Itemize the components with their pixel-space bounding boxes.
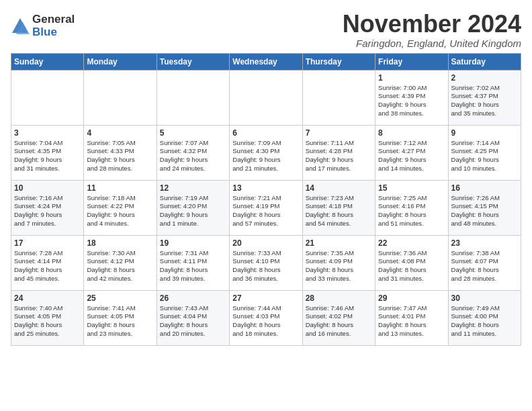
calendar-week-row: 1Sunrise: 7:00 AM Sunset: 4:39 PM Daylig… [11, 70, 521, 125]
calendar-cell: 10Sunrise: 7:16 AM Sunset: 4:24 PM Dayli… [11, 180, 84, 235]
day-info: Sunrise: 7:26 AM Sunset: 4:15 PM Dayligh… [451, 194, 518, 228]
header-row: SundayMondayTuesdayWednesdayThursdayFrid… [11, 53, 521, 70]
day-info: Sunrise: 7:33 AM Sunset: 4:10 PM Dayligh… [232, 249, 299, 283]
calendar-cell: 21Sunrise: 7:35 AM Sunset: 4:09 PM Dayli… [302, 235, 375, 290]
day-info: Sunrise: 7:40 AM Sunset: 4:05 PM Dayligh… [14, 304, 81, 338]
day-info: Sunrise: 7:09 AM Sunset: 4:30 PM Dayligh… [232, 139, 299, 173]
day-number: 23 [451, 238, 518, 248]
calendar-cell: 11Sunrise: 7:18 AM Sunset: 4:22 PM Dayli… [84, 180, 157, 235]
calendar-week-row: 10Sunrise: 7:16 AM Sunset: 4:24 PM Dayli… [11, 180, 521, 235]
logo-text: General Blue [32, 13, 75, 38]
calendar-cell: 8Sunrise: 7:12 AM Sunset: 4:27 PM Daylig… [375, 125, 448, 180]
day-number: 25 [87, 293, 153, 303]
calendar-cell: 4Sunrise: 7:05 AM Sunset: 4:33 PM Daylig… [84, 125, 157, 180]
logo-blue: Blue [32, 26, 75, 39]
day-number: 7 [306, 128, 372, 138]
day-number: 28 [306, 293, 372, 303]
day-info: Sunrise: 7:46 AM Sunset: 4:02 PM Dayligh… [306, 304, 372, 338]
day-number: 22 [378, 238, 445, 248]
weekday-header: Saturday [448, 53, 521, 70]
header: General Blue November 2024 Faringdon, En… [11, 11, 521, 49]
day-number: 19 [160, 238, 226, 248]
day-info: Sunrise: 7:35 AM Sunset: 4:09 PM Dayligh… [306, 249, 372, 283]
day-number: 5 [160, 128, 226, 138]
day-number: 27 [232, 293, 299, 303]
calendar-body: 1Sunrise: 7:00 AM Sunset: 4:39 PM Daylig… [11, 70, 521, 345]
day-info: Sunrise: 7:00 AM Sunset: 4:39 PM Dayligh… [378, 84, 445, 118]
day-info: Sunrise: 7:21 AM Sunset: 4:19 PM Dayligh… [232, 194, 299, 228]
calendar-cell [84, 70, 157, 125]
day-number: 12 [160, 183, 226, 193]
calendar-cell: 5Sunrise: 7:07 AM Sunset: 4:32 PM Daylig… [157, 125, 229, 180]
day-info: Sunrise: 7:38 AM Sunset: 4:07 PM Dayligh… [451, 249, 518, 283]
day-number: 30 [451, 293, 518, 303]
day-number: 10 [14, 183, 81, 193]
calendar-cell: 3Sunrise: 7:04 AM Sunset: 4:35 PM Daylig… [11, 125, 84, 180]
weekday-header: Sunday [11, 53, 84, 70]
calendar-cell: 27Sunrise: 7:44 AM Sunset: 4:03 PM Dayli… [230, 290, 302, 345]
calendar-cell: 25Sunrise: 7:41 AM Sunset: 4:05 PM Dayli… [84, 290, 157, 345]
day-info: Sunrise: 7:41 AM Sunset: 4:05 PM Dayligh… [87, 304, 153, 338]
day-info: Sunrise: 7:31 AM Sunset: 4:11 PM Dayligh… [160, 249, 226, 283]
weekday-header: Friday [375, 53, 448, 70]
calendar-week-row: 17Sunrise: 7:28 AM Sunset: 4:14 PM Dayli… [11, 235, 521, 290]
weekday-header: Thursday [302, 53, 375, 70]
day-number: 16 [451, 183, 518, 193]
day-info: Sunrise: 7:44 AM Sunset: 4:03 PM Dayligh… [232, 304, 299, 338]
day-info: Sunrise: 7:47 AM Sunset: 4:01 PM Dayligh… [378, 304, 445, 338]
day-number: 2 [451, 73, 518, 83]
day-info: Sunrise: 7:07 AM Sunset: 4:32 PM Dayligh… [160, 139, 226, 173]
day-number: 24 [14, 293, 81, 303]
logo-general: General [32, 13, 75, 26]
calendar-cell: 20Sunrise: 7:33 AM Sunset: 4:10 PM Dayli… [230, 235, 302, 290]
day-number: 8 [378, 128, 445, 138]
weekday-header: Monday [84, 53, 157, 70]
location: Faringdon, England, United Kingdom [343, 38, 521, 49]
day-info: Sunrise: 7:43 AM Sunset: 4:04 PM Dayligh… [160, 304, 226, 338]
day-number: 4 [87, 128, 153, 138]
day-number: 1 [378, 73, 445, 83]
page: General Blue November 2024 Faringdon, En… [0, 0, 532, 353]
weekday-header: Tuesday [157, 53, 229, 70]
calendar-cell: 29Sunrise: 7:47 AM Sunset: 4:01 PM Dayli… [375, 290, 448, 345]
calendar-cell [302, 70, 375, 125]
day-info: Sunrise: 7:30 AM Sunset: 4:12 PM Dayligh… [87, 249, 153, 283]
day-info: Sunrise: 7:36 AM Sunset: 4:08 PM Dayligh… [378, 249, 445, 283]
calendar-cell: 12Sunrise: 7:19 AM Sunset: 4:20 PM Dayli… [157, 180, 229, 235]
day-info: Sunrise: 7:11 AM Sunset: 4:28 PM Dayligh… [306, 139, 372, 173]
day-info: Sunrise: 7:18 AM Sunset: 4:22 PM Dayligh… [87, 194, 153, 228]
calendar-cell: 14Sunrise: 7:23 AM Sunset: 4:18 PM Dayli… [302, 180, 375, 235]
calendar-cell: 15Sunrise: 7:25 AM Sunset: 4:16 PM Dayli… [375, 180, 448, 235]
day-info: Sunrise: 7:02 AM Sunset: 4:37 PM Dayligh… [451, 84, 518, 118]
day-info: Sunrise: 7:49 AM Sunset: 4:00 PM Dayligh… [451, 304, 518, 338]
day-number: 11 [87, 183, 153, 193]
calendar-cell [11, 70, 84, 125]
day-info: Sunrise: 7:16 AM Sunset: 4:24 PM Dayligh… [14, 194, 81, 228]
day-number: 29 [378, 293, 445, 303]
calendar-cell: 9Sunrise: 7:14 AM Sunset: 4:25 PM Daylig… [448, 125, 521, 180]
day-number: 20 [232, 238, 299, 248]
calendar-cell [157, 70, 229, 125]
day-info: Sunrise: 7:12 AM Sunset: 4:27 PM Dayligh… [378, 139, 445, 173]
calendar-cell: 22Sunrise: 7:36 AM Sunset: 4:08 PM Dayli… [375, 235, 448, 290]
calendar-cell: 16Sunrise: 7:26 AM Sunset: 4:15 PM Dayli… [448, 180, 521, 235]
day-number: 18 [87, 238, 153, 248]
calendar-cell: 17Sunrise: 7:28 AM Sunset: 4:14 PM Dayli… [11, 235, 84, 290]
calendar-cell: 23Sunrise: 7:38 AM Sunset: 4:07 PM Dayli… [448, 235, 521, 290]
calendar-cell: 28Sunrise: 7:46 AM Sunset: 4:02 PM Dayli… [302, 290, 375, 345]
calendar-table: SundayMondayTuesdayWednesdayThursdayFrid… [11, 53, 521, 346]
calendar-cell: 30Sunrise: 7:49 AM Sunset: 4:00 PM Dayli… [448, 290, 521, 345]
calendar-week-row: 3Sunrise: 7:04 AM Sunset: 4:35 PM Daylig… [11, 125, 521, 180]
calendar-cell: 19Sunrise: 7:31 AM Sunset: 4:11 PM Dayli… [157, 235, 229, 290]
day-info: Sunrise: 7:19 AM Sunset: 4:20 PM Dayligh… [160, 194, 226, 228]
calendar-cell: 6Sunrise: 7:09 AM Sunset: 4:30 PM Daylig… [230, 125, 302, 180]
weekday-header: Wednesday [230, 53, 302, 70]
calendar-week-row: 24Sunrise: 7:40 AM Sunset: 4:05 PM Dayli… [11, 290, 521, 345]
calendar-cell: 18Sunrise: 7:30 AM Sunset: 4:12 PM Dayli… [84, 235, 157, 290]
day-number: 3 [14, 128, 81, 138]
day-info: Sunrise: 7:28 AM Sunset: 4:14 PM Dayligh… [14, 249, 81, 283]
day-number: 9 [451, 128, 518, 138]
day-number: 17 [14, 238, 81, 248]
logo-icon [11, 17, 30, 36]
day-number: 13 [232, 183, 299, 193]
